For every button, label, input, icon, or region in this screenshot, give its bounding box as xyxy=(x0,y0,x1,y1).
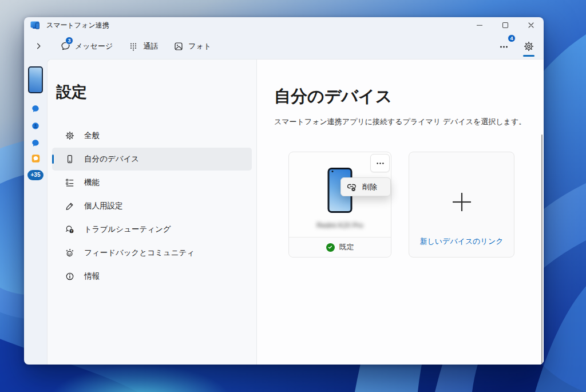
calls-icon-wrap xyxy=(128,41,138,52)
plus-icon xyxy=(452,192,472,212)
svg-text:?: ? xyxy=(70,229,72,233)
my-devices-pane: 自分のデバイス スマートフォン連携アプリに接続するプライマリ デバイスを選択しま… xyxy=(256,60,544,365)
phone-screen-thumbnail[interactable] xyxy=(28,66,43,93)
blue-chat-icon-2 xyxy=(31,139,39,147)
messages-icon-wrap: 3 xyxy=(60,41,70,52)
window-title: スマートフォン連携 xyxy=(46,21,109,30)
settings-item-label: トラブルシューティング xyxy=(84,224,171,235)
phone-link-app-icon xyxy=(30,21,41,30)
settings-tab-active-indicator xyxy=(523,55,534,57)
device-name: Redmi K20 Pro xyxy=(289,221,391,229)
delete-menu-item[interactable]: 削除 xyxy=(362,182,377,192)
rail-app-chat[interactable] xyxy=(31,138,40,147)
default-check-icon xyxy=(326,243,335,252)
photo-icon xyxy=(174,42,183,51)
titlebar: スマートフォン連携 xyxy=(24,17,544,33)
settings-item-label: 情報 xyxy=(84,271,100,282)
tab-photos[interactable]: フォト xyxy=(173,41,211,52)
content-area: 設定 xyxy=(47,59,544,365)
chevron-right-icon xyxy=(34,42,43,50)
top-navigation: 3 メッセージ 通話 フ xyxy=(24,33,544,59)
person-circle-icon xyxy=(31,122,39,130)
settings-item-label: 自分のデバイス xyxy=(84,154,139,164)
settings-item-label: 個人用設定 xyxy=(84,201,123,211)
tab-photos-label: フォト xyxy=(188,41,211,52)
left-rail: +35 xyxy=(24,59,47,365)
ellipsis-icon xyxy=(500,42,509,51)
minimize-button[interactable] xyxy=(466,17,492,33)
vertical-scrollbar[interactable] xyxy=(541,134,543,365)
dialpad-icon xyxy=(129,42,138,51)
settings-item-label: 機能 xyxy=(84,177,100,188)
page-description: スマートフォン連携アプリに接続するプライマリ デバイスを選択します。 xyxy=(274,117,544,127)
overflow-menu-button[interactable]: 4 xyxy=(499,41,509,52)
tab-messages-label: メッセージ xyxy=(75,41,113,52)
device-more-button[interactable] xyxy=(370,154,390,172)
rail-more-apps-badge[interactable]: +35 xyxy=(27,170,44,180)
settings-page-title: 設定 xyxy=(56,82,256,102)
gear-small-icon xyxy=(65,131,74,141)
blue-chat-icon xyxy=(31,105,39,113)
rail-app-messages[interactable] xyxy=(31,104,40,113)
unlink-icon xyxy=(346,183,357,192)
settings-item-my-devices[interactable]: 自分のデバイス xyxy=(52,148,252,171)
minimize-icon xyxy=(475,21,484,30)
expand-nav-button[interactable] xyxy=(32,40,45,53)
device-status: 既定 xyxy=(289,237,391,257)
photos-icon-wrap xyxy=(173,41,184,52)
tab-messages[interactable]: 3 メッセージ xyxy=(60,41,113,52)
phone-link-window: スマートフォン連携 3 メッセ xyxy=(24,17,544,365)
messages-badge: 3 xyxy=(65,37,73,45)
app-body: +35 設定 xyxy=(24,59,544,365)
settings-item-general[interactable]: 全般 xyxy=(52,124,252,147)
maximize-icon xyxy=(501,21,510,30)
page-title: 自分のデバイス xyxy=(274,85,544,108)
info-icon xyxy=(65,272,74,282)
settings-item-label: フィードバックとコミュニティ xyxy=(84,248,195,258)
feature-list-icon xyxy=(65,178,74,188)
device-card[interactable]: Redmi K20 Pro 既定 xyxy=(288,152,391,258)
maximize-button[interactable] xyxy=(492,17,518,33)
top-navigation-right: 4 xyxy=(499,33,534,59)
close-icon xyxy=(526,21,536,30)
tab-calls[interactable]: 通話 xyxy=(128,41,158,52)
overflow-badge: 4 xyxy=(508,34,516,42)
device-context-menu: 削除 xyxy=(340,177,391,196)
pencil-icon xyxy=(65,201,74,211)
settings-pane: 設定 xyxy=(47,60,256,365)
settings-item-label: 全般 xyxy=(84,130,100,141)
rail-app-contacts[interactable] xyxy=(31,121,40,130)
settings-nav-list: 全般 自分のデバイス xyxy=(47,124,256,288)
add-device-card[interactable]: 新しいデバイスのリンク xyxy=(409,152,514,258)
settings-item-features[interactable]: 機能 xyxy=(52,171,252,194)
phone-small-icon xyxy=(65,155,74,164)
feedback-smiley-icon xyxy=(65,248,74,258)
troubleshoot-help-icon: ? xyxy=(65,225,74,235)
settings-item-personalization[interactable]: 個人用設定 xyxy=(52,195,252,217)
settings-item-troubleshooting[interactable]: ? トラブルシューティング xyxy=(52,218,252,241)
tab-settings[interactable] xyxy=(523,41,534,52)
tab-calls-label: 通話 xyxy=(143,41,158,52)
gear-icon xyxy=(524,41,534,52)
settings-item-about[interactable]: 情報 xyxy=(52,265,252,288)
default-label: 既定 xyxy=(339,242,354,252)
close-button[interactable] xyxy=(518,17,544,33)
link-new-device-label[interactable]: 新しいデバイスのリンク xyxy=(419,236,503,247)
device-cards: Redmi K20 Pro 既定 xyxy=(288,152,544,258)
rail-app-sms[interactable] xyxy=(31,154,40,163)
orange-message-icon xyxy=(31,154,40,163)
window-controls xyxy=(466,17,544,33)
ellipsis-icon xyxy=(376,159,385,168)
settings-item-feedback[interactable]: フィードバックとコミュニティ xyxy=(52,241,252,264)
selected-indicator xyxy=(52,155,54,164)
phone-camera-dot xyxy=(332,171,334,172)
